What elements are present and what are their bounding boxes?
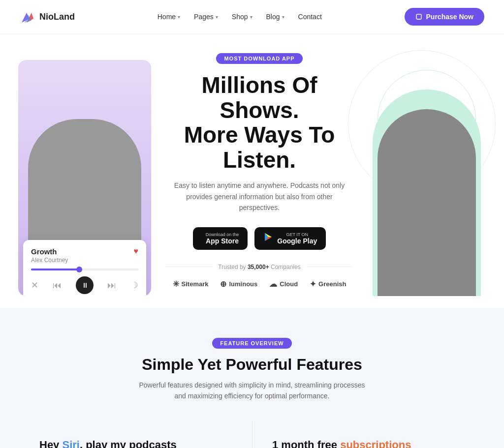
features-badge: FEATURE OVERVIEW <box>212 338 291 349</box>
svg-point-5 <box>419 19 420 20</box>
hero-center: MOST DOWNLOAD APP Millions Of Shows. Mor… <box>151 33 368 308</box>
brand-sitemark: ✳ Sitemark <box>173 279 209 289</box>
moon-icon[interactable]: ☽ <box>130 280 138 291</box>
brand-logos: ✳ Sitemark ⊕ luminous ☁ Cloud ✦ Greenish <box>166 279 353 289</box>
app-store-text: Download on the App Store <box>206 232 239 245</box>
fast-forward-icon[interactable]: ⏭ <box>107 280 116 291</box>
cart-icon <box>415 13 422 20</box>
feature-cards-grid: Hey Siri, play my podcasts Just ask your… <box>20 421 484 448</box>
nav-shop[interactable]: Shop ▾ <box>232 13 252 21</box>
greenish-icon: ✦ <box>310 279 316 289</box>
chevron-down-icon: ▾ <box>216 14 218 20</box>
nav-blog[interactable]: Blog ▾ <box>266 13 284 21</box>
features-title: Simple Yet Powerful Features <box>20 356 484 374</box>
hero-description: Easy to listen anytime and anywhere. Pod… <box>171 180 348 213</box>
cloud-icon: ☁ <box>269 279 277 289</box>
divider-left <box>166 267 212 267</box>
feature-card-siri: Hey Siri, play my podcasts Just ask your… <box>20 421 252 448</box>
rewind-icon[interactable]: ⏮ <box>53 280 62 291</box>
hero-right-image <box>368 60 486 296</box>
logo[interactable]: NioLand <box>20 9 75 25</box>
shuffle-icon[interactable]: ✕ <box>31 280 38 291</box>
nav-links: Home ▾ Pages ▾ Shop ▾ Blog ▾ Contact <box>158 13 322 21</box>
play-pause-button[interactable]: ⏸ <box>76 276 94 294</box>
trusted-row: Trusted by 35,000+ Companies <box>166 264 353 270</box>
trusted-text: Trusted by 35,000+ Companies <box>212 264 306 270</box>
player-card: Growth ♥ Alex Courtney ✕ ⏮ ⏸ ⏭ ☽ <box>23 240 146 296</box>
brand-greenish: ✦ Greenish <box>310 279 346 289</box>
player-progress-fill <box>31 269 79 270</box>
hero-left-image: Growth ♥ Alex Courtney ✕ ⏮ ⏸ ⏭ ☽ <box>18 60 151 296</box>
navbar: NioLand Home ▾ Pages ▾ Shop ▾ Blog ▾ Con… <box>0 0 504 33</box>
pause-icon: ⏸ <box>82 281 89 289</box>
player-title-row: Growth ♥ <box>31 247 138 256</box>
features-section: FEATURE OVERVIEW Simple Yet Powerful Fea… <box>0 308 504 448</box>
logo-text: NioLand <box>39 12 75 22</box>
sitemark-icon: ✳ <box>173 279 179 289</box>
hero-title: Millions Of Shows. More Ways To Listen. <box>166 73 353 172</box>
player-author: Alex Courtney <box>31 257 138 264</box>
chevron-down-icon: ▾ <box>250 14 252 20</box>
features-header: FEATURE OVERVIEW Simple Yet Powerful Fea… <box>20 338 484 402</box>
app-store-button[interactable]: Download on the App Store <box>193 227 248 250</box>
brand-cloud: ☁ Cloud <box>269 279 298 289</box>
player-track-title: Growth <box>31 247 57 256</box>
google-play-button[interactable]: GET IT ON Google Play <box>254 227 326 250</box>
google-play-icon <box>263 232 273 244</box>
feature-sub-title: 1 month free subscriptions <box>272 439 465 448</box>
purchase-now-button[interactable]: Purchase Now <box>405 8 484 26</box>
store-buttons: Download on the App Store GET IT ON Goog… <box>166 227 353 250</box>
brand-luminous: ⊕ luminous <box>220 279 257 289</box>
feature-siri-title: Hey Siri, play my podcasts <box>39 439 232 448</box>
feature-card-subscriptions: 1 month free subscriptions Beyond hearin… <box>252 421 484 448</box>
player-progress-bar[interactable] <box>31 269 138 270</box>
google-play-text: GET IT ON Google Play <box>277 232 317 245</box>
player-controls: ✕ ⏮ ⏸ ⏭ ☽ <box>31 276 138 294</box>
chevron-down-icon: ▾ <box>282 14 284 20</box>
nav-pages[interactable]: Pages ▾ <box>194 13 218 21</box>
nav-contact[interactable]: Contact <box>298 13 322 21</box>
features-description: Powerful features designed with simplici… <box>139 380 365 402</box>
person-with-phone-silhouette <box>378 109 476 296</box>
chevron-down-icon: ▾ <box>178 14 180 20</box>
hero-right-bg <box>373 90 481 296</box>
hero-badge: MOST DOWNLOAD APP <box>216 53 302 64</box>
logo-icon <box>20 9 35 25</box>
divider-right <box>307 267 353 267</box>
svg-point-4 <box>417 19 418 20</box>
nav-home[interactable]: Home ▾ <box>158 13 180 21</box>
heart-icon[interactable]: ♥ <box>134 247 139 256</box>
hero-section: Growth ♥ Alex Courtney ✕ ⏮ ⏸ ⏭ ☽ MOST DO… <box>0 33 504 308</box>
luminous-icon: ⊕ <box>220 279 226 289</box>
svg-rect-3 <box>416 14 421 19</box>
